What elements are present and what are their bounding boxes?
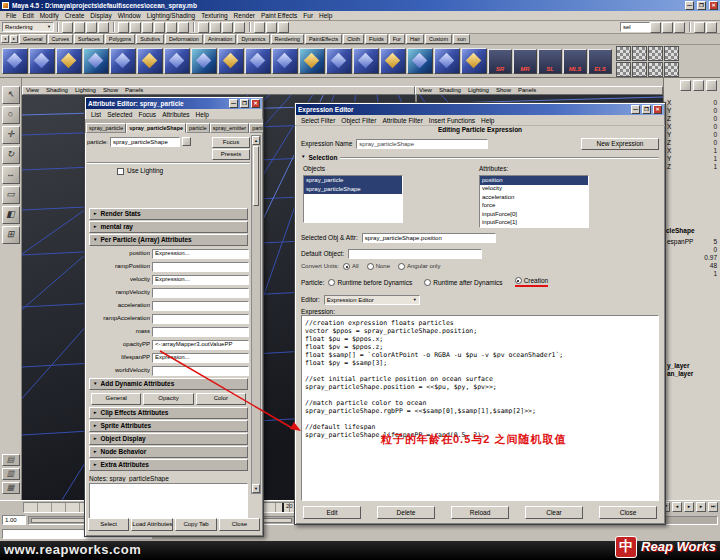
channel-row[interactable]: Z1 — [664, 163, 720, 171]
channel-row[interactable]: X0 — [664, 99, 720, 107]
selection-mask-field[interactable]: sel — [620, 22, 650, 32]
maximize-icon[interactable]: ❐ — [642, 105, 651, 114]
close-icon[interactable]: ✕ — [709, 1, 718, 10]
viewport-menu-item[interactable]: Panels — [125, 87, 143, 94]
shelf-tab[interactable]: Hair — [406, 34, 424, 44]
menu-item[interactable]: Edit — [19, 12, 36, 19]
convert-units-radio[interactable]: Angular only — [398, 263, 440, 270]
status-icon[interactable] — [98, 22, 109, 33]
channel-row[interactable]: Y0 — [664, 131, 720, 139]
menu-item[interactable]: Display — [87, 12, 114, 19]
channel-row[interactable]: Z0 — [664, 139, 720, 147]
menu-item[interactable]: Select Filter — [298, 117, 338, 124]
selected-obj-attr-field[interactable]: spray_particleShape.position — [362, 233, 496, 243]
menu-item[interactable]: Object Filter — [338, 117, 379, 124]
shelf-tool-icon[interactable] — [407, 48, 433, 74]
channel-row[interactable]: 1 — [664, 270, 720, 278]
attribute-value-field[interactable] — [152, 314, 249, 324]
footer-button[interactable]: Delete — [377, 506, 435, 519]
add-attribute-button[interactable]: Color — [196, 393, 246, 405]
add-attribute-button[interactable]: General — [91, 393, 141, 405]
viewport-menu-item[interactable]: View — [419, 87, 432, 94]
attribute-value-field[interactable]: Expression... — [152, 275, 249, 285]
toolbox-tool-icon[interactable]: ○ — [2, 106, 20, 124]
shelf-tool-icon[interactable] — [380, 48, 406, 74]
toolbox-tool-icon[interactable]: ⊞ — [2, 226, 20, 244]
attribute-list-item[interactable]: inputForce[1] — [480, 219, 588, 228]
snap-icon[interactable] — [278, 22, 289, 33]
toolbox-tool-icon[interactable]: ↻ — [2, 146, 20, 164]
attribute-list-item[interactable]: position — [480, 176, 588, 185]
status-icon[interactable] — [178, 22, 189, 33]
attribute-value-field[interactable]: <-:arrayMapper3.outValuePP — [152, 340, 249, 350]
viewport-menu-item[interactable]: Panels — [518, 87, 536, 94]
shelf-tab[interactable]: Dynamics — [237, 34, 269, 44]
menu-item[interactable]: Lighting/Shading — [144, 12, 198, 19]
status-icon[interactable] — [154, 22, 165, 33]
menu-item[interactable]: Selected — [104, 111, 135, 118]
shelf-tool-icon[interactable] — [353, 48, 379, 74]
section-header[interactable]: Clip Effects Attributes — [89, 407, 248, 419]
notes-textarea[interactable] — [89, 483, 248, 519]
step-back-icon[interactable]: ◂ — [672, 502, 682, 512]
channel-row[interactable]: 0.97 — [664, 254, 720, 262]
shelf-tool-icon[interactable] — [83, 48, 109, 74]
attribute-list-item[interactable]: acceleration — [480, 193, 588, 202]
swatch-icon[interactable] — [632, 46, 647, 61]
minimize-icon[interactable]: — — [229, 99, 238, 108]
shelf-tool-icon[interactable] — [299, 48, 325, 74]
shelf-tool-icon[interactable] — [218, 48, 244, 74]
convert-units-radio[interactable]: None — [367, 263, 390, 270]
status-icon[interactable] — [234, 22, 245, 33]
attribute-value-field[interactable]: Expression... — [152, 353, 249, 363]
shelf-tab[interactable]: Cloth — [343, 34, 364, 44]
shelf-tool-icon[interactable] — [2, 48, 28, 74]
layer-row[interactable]: y_layer — [664, 362, 720, 370]
panel-layout-icon[interactable] — [706, 80, 717, 91]
panel-layout-icon[interactable] — [693, 80, 704, 91]
viewport-menu-item[interactable]: Shading — [46, 87, 68, 94]
maximize-icon[interactable]: ❐ — [697, 1, 706, 10]
menu-item[interactable]: Insert Functions — [426, 117, 478, 124]
use-lighting-checkbox[interactable] — [117, 168, 124, 175]
shelf-tab[interactable]: General — [19, 34, 47, 44]
footer-button[interactable]: Load Attributes — [131, 518, 173, 531]
attribute-value-field[interactable] — [152, 262, 249, 272]
shelf-tool-icon[interactable] — [29, 48, 55, 74]
viewport-menu-item[interactable]: Show — [496, 87, 511, 94]
viewport-menu-item[interactable]: View — [26, 87, 39, 94]
swatch-icon[interactable] — [632, 62, 647, 77]
section-header-per-particle[interactable]: Per Particle (Array) Attributes — [89, 234, 248, 246]
shelf-tab[interactable]: Rendering — [271, 34, 304, 44]
layout-preset-icon[interactable]: ▦ — [2, 482, 20, 494]
convert-units-radio[interactable]: All — [343, 263, 359, 270]
editor-dropdown[interactable]: Expression Editor▼ — [324, 295, 420, 305]
render-shelf-icon[interactable]: ELS — [588, 49, 612, 74]
scroll-down-icon[interactable]: ▼ — [252, 484, 260, 493]
attribute-value-field[interactable]: Expression... — [152, 249, 249, 259]
channel-row[interactable]: Y0 — [664, 107, 720, 115]
render-icon[interactable] — [662, 22, 673, 33]
status-icon[interactable] — [210, 22, 221, 33]
attribute-list-item[interactable]: inputForce[0] — [480, 210, 588, 219]
shelf-tab[interactable]: Deformation — [165, 34, 203, 44]
panel-toggle-icon[interactable] — [694, 22, 705, 33]
section-header[interactable]: Render Stats — [89, 208, 248, 220]
focus-button[interactable]: Focus — [212, 137, 250, 148]
render-icon[interactable] — [650, 22, 661, 33]
channel-row[interactable]: X0 — [664, 123, 720, 131]
main-titlebar[interactable]: Maya 4.5 : D:\maya\projects\default\scen… — [0, 0, 720, 11]
presets-button[interactable]: Presets — [212, 149, 250, 160]
section-header[interactable]: Node Behavior — [89, 446, 248, 458]
status-icon[interactable] — [86, 22, 97, 33]
section-header-add-dynamic[interactable]: Add Dynamic Attributes — [89, 378, 248, 390]
swatch-icon[interactable] — [616, 46, 631, 61]
object-list-item[interactable]: spray_particle — [304, 176, 402, 185]
shelf-tab[interactable]: PaintEffects — [305, 34, 342, 44]
viewport-menu-item[interactable]: Show — [103, 87, 118, 94]
channel-row[interactable]: Z0 — [664, 115, 720, 123]
playback-end-icon[interactable]: ⏭ — [708, 502, 718, 512]
render-shelf-icon[interactable]: MR — [513, 49, 537, 74]
layer-row[interactable]: an_layer — [664, 370, 720, 378]
status-icon[interactable] — [222, 22, 233, 33]
